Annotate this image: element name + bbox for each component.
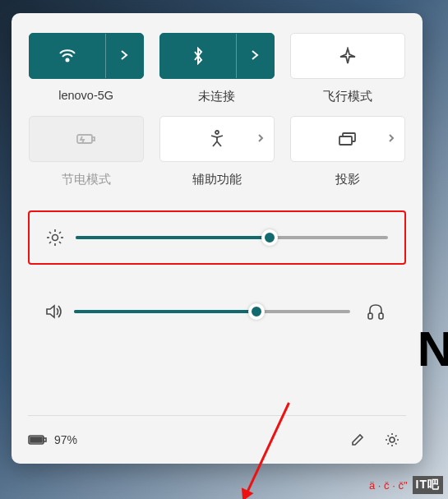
wifi-icon: [58, 49, 76, 63]
volume-slider[interactable]: [74, 310, 350, 313]
svg-rect-2: [92, 137, 95, 141]
speaker-icon: [44, 303, 62, 320]
bluetooth-label: 未连接: [198, 89, 235, 104]
bluetooth-expand[interactable]: [236, 34, 274, 78]
brightness-slider[interactable]: [76, 236, 388, 239]
bluetooth-tile[interactable]: [159, 33, 275, 79]
wifi-expand[interactable]: [105, 34, 143, 78]
brightness-row: [41, 229, 393, 247]
volume-row: [28, 298, 406, 326]
svg-line-13: [59, 232, 61, 233]
quick-tiles-grid: lenovo-5G 未连接: [28, 33, 406, 187]
battery-saver-tile[interactable]: [29, 116, 144, 162]
accessibility-icon: [209, 130, 225, 148]
bluetooth-icon: [192, 47, 204, 65]
pencil-icon: [350, 432, 365, 447]
accessibility-tile-group: 辅助功能: [159, 116, 275, 187]
settings-button[interactable]: [378, 426, 406, 454]
chevron-right-icon: [120, 49, 128, 63]
brightness-thumb[interactable]: [261, 229, 278, 246]
svg-rect-19: [44, 438, 46, 441]
brightness-icon: [46, 229, 64, 247]
chevron-right-icon: [251, 49, 259, 63]
svg-point-20: [390, 437, 395, 442]
chevron-right-icon: [388, 133, 395, 146]
edit-button[interactable]: [344, 426, 372, 454]
wifi-toggle[interactable]: [30, 34, 105, 78]
battery-icon: [28, 434, 48, 446]
watermark-logo: IT吧: [413, 476, 443, 494]
brightness-fill: [76, 236, 270, 239]
gear-icon: [384, 432, 400, 448]
accessibility-tile[interactable]: [159, 116, 275, 162]
project-icon: [338, 132, 358, 146]
audio-output-button[interactable]: [362, 298, 390, 326]
wifi-tile[interactable]: [29, 33, 144, 79]
wifi-label: lenovo-5G: [58, 89, 113, 102]
battery-saver-label: 节电模式: [62, 172, 111, 187]
battery-saver-icon: [76, 132, 97, 146]
svg-line-11: [49, 232, 51, 233]
svg-rect-5: [339, 136, 352, 145]
project-label: 投影: [335, 172, 360, 187]
battery-percent[interactable]: 97%: [54, 433, 77, 446]
background-letter: N: [418, 321, 448, 377]
project-tile-group: 投影: [290, 116, 406, 187]
project-tile[interactable]: [290, 116, 405, 162]
volume-fill: [74, 310, 256, 313]
watermark-accents: ä · č · č": [369, 479, 408, 492]
airplane-label: 飞行模式: [323, 89, 372, 104]
svg-rect-1: [77, 135, 92, 143]
bluetooth-toggle[interactable]: [160, 34, 236, 78]
bluetooth-tile-group: 未连接: [159, 33, 275, 104]
svg-point-0: [66, 59, 68, 62]
svg-line-12: [59, 242, 61, 243]
volume-thumb[interactable]: [248, 303, 265, 320]
wifi-tile-group: lenovo-5G: [28, 33, 144, 104]
accessibility-label: 辅助功能: [192, 172, 242, 187]
bottom-bar: 97%: [28, 415, 406, 454]
battery-saver-tile-group: 节电模式: [28, 116, 144, 187]
svg-point-6: [53, 235, 58, 241]
svg-rect-18: [30, 437, 42, 442]
watermark: ä · č · č" IT吧: [369, 476, 443, 494]
svg-rect-16: [379, 313, 383, 319]
svg-rect-15: [368, 313, 372, 319]
quick-settings-panel: lenovo-5G 未连接: [12, 13, 423, 464]
svg-line-14: [49, 242, 51, 243]
airplane-tile[interactable]: [290, 33, 405, 79]
brightness-highlight: [28, 210, 406, 265]
airplane-icon: [339, 47, 357, 65]
airplane-tile-group: 飞行模式: [290, 33, 406, 104]
chevron-right-icon: [257, 133, 264, 146]
svg-point-3: [215, 131, 219, 134]
